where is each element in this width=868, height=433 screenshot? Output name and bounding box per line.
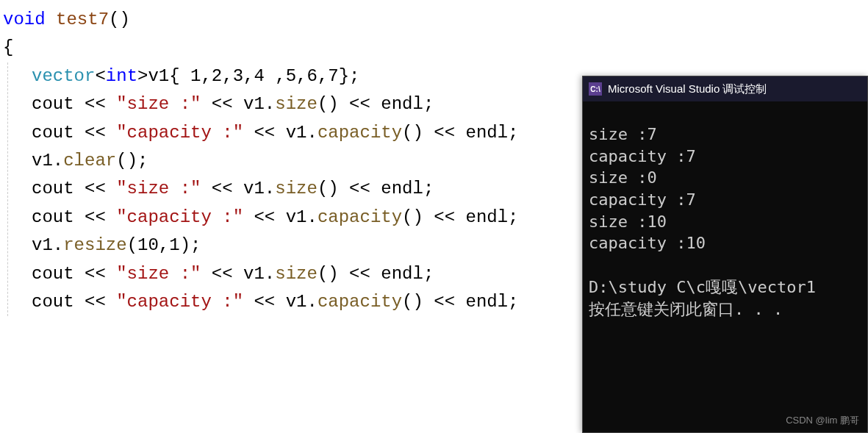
method-capacity: capacity <box>318 123 402 143</box>
method-capacity: capacity <box>318 292 402 312</box>
method-size: size <box>275 264 318 284</box>
string-literal: "size :" <box>116 264 201 284</box>
method-clear: clear <box>63 151 116 171</box>
string-literal: "capacity :" <box>116 207 243 227</box>
method-resize: resize <box>63 235 126 255</box>
code-line: void test7() <box>0 6 868 34</box>
code-line: { <box>0 34 868 62</box>
console-titlebar[interactable]: C:\ Microsoft Visual Studio 调试控制 <box>583 76 867 101</box>
string-literal: "capacity :" <box>116 292 243 312</box>
method-capacity: capacity <box>318 207 402 227</box>
type-int: int <box>106 66 137 86</box>
console-icon: C:\ <box>589 82 602 96</box>
keyword-void: void <box>3 10 46 29</box>
string-literal: "size :" <box>116 94 201 114</box>
console-output: size :7 capacity :7 size :0 capacity :7 … <box>583 101 867 326</box>
function-name: test7 <box>56 10 109 29</box>
type-vector: vector <box>32 66 95 86</box>
watermark: CSDN @lim 鹏哥 <box>786 414 859 427</box>
method-size: size <box>275 94 318 114</box>
method-size: size <box>275 179 318 198</box>
string-literal: "size :" <box>116 179 201 198</box>
console-window[interactable]: C:\ Microsoft Visual Studio 调试控制 size :7… <box>582 76 868 433</box>
console-title: Microsoft Visual Studio 调试控制 <box>608 82 767 96</box>
string-literal: "capacity :" <box>116 123 243 143</box>
